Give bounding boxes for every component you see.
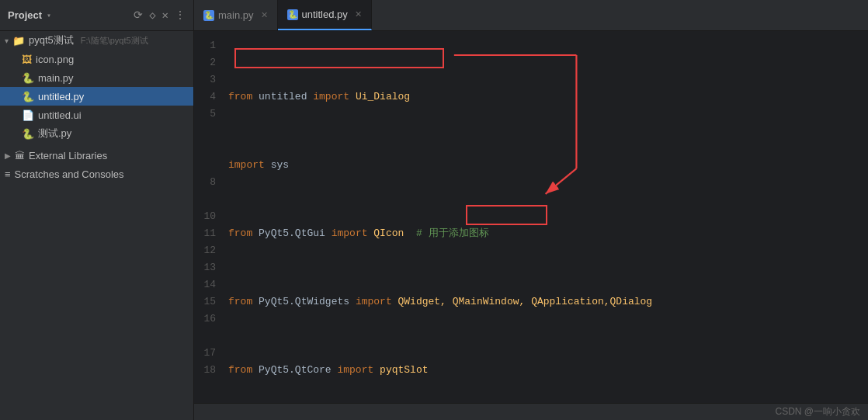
main-py-icon: 🐍 (203, 10, 214, 21)
tab-main-py[interactable]: 🐍 main.py ✕ (194, 0, 278, 30)
external-libs-label: External Libraries (29, 150, 107, 161)
scratches-icon: ≡ (5, 168, 11, 180)
sync-icon[interactable]: ⟳ (134, 9, 143, 22)
project-title[interactable]: Project (8, 9, 42, 21)
untitled-py-file-label: untitled.py (38, 91, 84, 102)
sidebar-item-scratches[interactable]: ≡ Scratches and Consoles (0, 165, 193, 183)
bottom-bar: CSDN @一响小贪欢 (194, 403, 868, 420)
sidebar-item-icon-png[interactable]: 🖼 icon.png (0, 50, 193, 68)
sidebar-item-untitled-ui[interactable]: 📄 untitled.ui (0, 106, 193, 124)
locate-icon[interactable]: ◇ (149, 9, 155, 22)
icon-png-label: icon.png (36, 54, 74, 65)
code-line-5: from PyQt5.QtCore import pyqtSlot (228, 362, 868, 379)
test-py-label: 测试.py (38, 127, 71, 141)
folder-icon: 📁 (12, 35, 25, 47)
main-py-file-label: main.py (38, 72, 74, 84)
sidebar: ▾ 📁 pyqt5测试 F:\随笔\pyqt5测试 🖼 icon.png 🐍 m… (0, 31, 194, 420)
code-line-2: import sys (228, 157, 868, 174)
untitled-ui-label: untitled.ui (38, 109, 82, 121)
sidebar-item-main-py[interactable]: 🐍 main.py (0, 68, 193, 87)
tab-bar: Project ▾ ⟳ ◇ ✕ ⋮ 🐍 main.py ✕ 🐍 untitled… (0, 0, 868, 31)
code-line-1: from untitled import Ui_Dialog (228, 89, 868, 106)
arrow-icon: ▾ (5, 36, 9, 45)
sidebar-item-untitled-py[interactable]: 🐍 untitled.py (0, 87, 193, 106)
project-chevron[interactable]: ▾ (47, 11, 51, 20)
tab-main-py-close[interactable]: ✕ (261, 10, 268, 20)
test-py-icon: 🐍 (22, 128, 34, 140)
code-line-3: from PyQt5.QtGui import QIcon # 用于添加图标 (228, 225, 868, 242)
sidebar-item-pyqt5[interactable]: ▾ 📁 pyqt5测试 F:\随笔\pyqt5测试 (0, 31, 193, 50)
code-line-4: from PyQt5.QtWidgets import QWidget, QMa… (228, 293, 868, 311)
tab-untitled-py[interactable]: 🐍 untitled.py ✕ (278, 0, 372, 30)
line-numbers: 1 2 3 4 5 8 10 11 12 13 14 15 16 17 18 (194, 31, 222, 403)
main-content: ▾ 📁 pyqt5测试 F:\随笔\pyqt5测试 🖼 icon.png 🐍 m… (0, 31, 868, 420)
untitled-py-icon: 🐍 (287, 9, 298, 20)
tab-untitled-py-close[interactable]: ✕ (355, 9, 362, 19)
arrow-ext-icon: ▶ (5, 151, 11, 160)
tab-untitled-py-label: untitled.py (302, 9, 348, 20)
close-icon[interactable]: ✕ (162, 9, 168, 22)
sidebar-item-test-py[interactable]: 🐍 测试.py (0, 124, 193, 143)
more-icon[interactable]: ⋮ (175, 9, 186, 22)
code-editor[interactable]: from untitled import Ui_Dialog import sy… (222, 31, 868, 403)
sidebar-item-external-libs[interactable]: ▶ 🏛 External Libraries (0, 146, 193, 165)
editor-area: 1 2 3 4 5 8 10 11 12 13 14 15 16 17 18 (194, 31, 868, 420)
tab-main-py-label: main.py (218, 9, 254, 21)
project-folder-label: pyqt5测试 (29, 33, 74, 47)
watermark: CSDN @一响小贪欢 (775, 405, 860, 418)
untitled-py-file-icon: 🐍 (22, 91, 34, 102)
project-path: F:\随笔\pyqt5测试 (81, 35, 148, 47)
scratches-label: Scratches and Consoles (15, 168, 124, 180)
lib-icon: 🏛 (15, 150, 25, 161)
main-py-file-icon: 🐍 (22, 72, 34, 84)
ui-file-icon: 📄 (22, 109, 34, 121)
png-file-icon: 🖼 (22, 54, 32, 65)
